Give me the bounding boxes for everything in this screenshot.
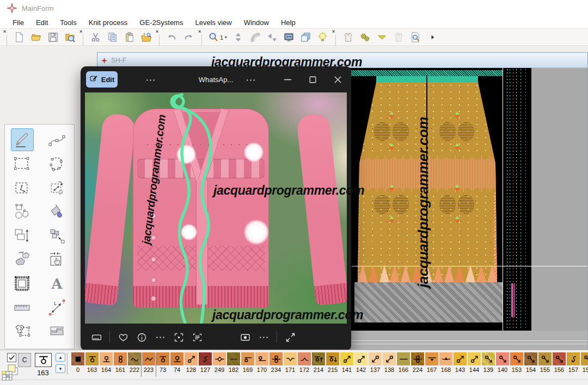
- palette-color-249[interactable]: 249: [213, 352, 226, 376]
- tool-layer-split[interactable]: [46, 320, 68, 342]
- palette-color-128[interactable]: 128: [185, 352, 198, 376]
- palette-grid-icon[interactable]: [2, 371, 13, 383]
- maximize-button[interactable]: [300, 66, 325, 92]
- tool-measure[interactable]: L: [46, 296, 68, 318]
- palette-color-139[interactable]: 139: [482, 352, 495, 376]
- palette-color-0[interactable]: 0: [71, 352, 84, 376]
- palette-color-154[interactable]: 154: [524, 352, 537, 376]
- palette-color-167[interactable]: 167: [425, 352, 438, 376]
- heart-button[interactable]: [114, 328, 132, 346]
- palette-color-172[interactable]: 172: [298, 352, 311, 376]
- palette-color-156[interactable]: 156: [553, 352, 566, 376]
- more-button[interactable]: [151, 328, 169, 346]
- info-button[interactable]: [132, 328, 151, 346]
- print-preview-button[interactable]: [408, 30, 423, 45]
- knit-gears-button[interactable]: [358, 30, 372, 45]
- tool-arrange-layers[interactable]: [11, 225, 33, 246]
- tool-transform[interactable]: [46, 177, 68, 198]
- nav-arrows-button[interactable]: [265, 30, 279, 45]
- tool-lasso-select[interactable]: [46, 153, 68, 175]
- toolbar-close-icon[interactable]: ×: [156, 29, 158, 34]
- palette-color-138[interactable]: 138: [383, 352, 396, 376]
- photo-viewer-titlebar[interactable]: Edit WhatsAp...: [81, 66, 351, 92]
- zoom-magnifier-button[interactable]: 1▼: [207, 30, 229, 45]
- minimize-button[interactable]: [275, 66, 300, 92]
- menu-item-knit-process[interactable]: Knit process: [84, 17, 133, 28]
- tool-clone-shapes[interactable]: [11, 249, 33, 270]
- menu-item-tools[interactable]: Tools: [55, 17, 81, 28]
- import-folder-button[interactable]: [139, 30, 154, 45]
- tool-pattern-border[interactable]: [11, 272, 33, 294]
- palette-color-153[interactable]: 153: [510, 352, 523, 376]
- copy-button[interactable]: [105, 30, 120, 45]
- text-scan-button[interactable]: [188, 328, 206, 346]
- palette-color-170[interactable]: 170: [255, 352, 268, 376]
- palette-color-164[interactable]: 164: [100, 352, 113, 376]
- garment-vest-button[interactable]: [341, 30, 356, 45]
- see-more-left-button[interactable]: [145, 74, 156, 87]
- paste-button[interactable]: [122, 30, 137, 45]
- more-button[interactable]: [254, 328, 273, 346]
- tool-move-select[interactable]: [11, 177, 33, 198]
- toolbar-close-icon[interactable]: ×: [332, 29, 335, 34]
- edit-button[interactable]: Edit: [86, 71, 118, 88]
- palette-color-169[interactable]: 169: [241, 352, 254, 376]
- pattern-window-titlebar[interactable]: SH-F: [97, 53, 587, 68]
- tool-rect-select[interactable]: [11, 153, 33, 175]
- save-button[interactable]: [46, 30, 60, 45]
- palette-color-127[interactable]: 127: [199, 352, 212, 376]
- palette-color-158[interactable]: 158: [581, 352, 588, 376]
- menu-item-help[interactable]: Help: [276, 17, 301, 28]
- tool-pan[interactable]: [46, 249, 68, 270]
- filmstrip-button[interactable]: [87, 328, 106, 346]
- palette-color-141[interactable]: 141: [340, 352, 353, 376]
- palette-color-168[interactable]: 168: [439, 352, 452, 376]
- layer-checkbox[interactable]: [7, 353, 16, 362]
- menu-item-levels-view[interactable]: Levels view: [190, 17, 236, 28]
- c-button[interactable]: C: [18, 353, 31, 367]
- palette-color-144[interactable]: 144: [468, 352, 481, 376]
- new-doc-button[interactable]: [12, 30, 27, 45]
- redo-button[interactable]: [181, 30, 196, 45]
- palette-color-234[interactable]: 234: [270, 352, 283, 376]
- fullscreen-button[interactable]: [281, 328, 299, 346]
- expand-more-button[interactable]: [375, 30, 389, 45]
- palette-color-137[interactable]: 137: [369, 352, 382, 376]
- palette-color-157[interactable]: 157: [567, 352, 580, 376]
- tool-pencil[interactable]: [11, 128, 34, 151]
- palette-color-155[interactable]: 155: [538, 352, 552, 376]
- tool-block-copy[interactable]: [46, 225, 68, 246]
- zoom-spinner-button[interactable]: [231, 30, 246, 45]
- palette-color-140[interactable]: 140: [496, 352, 509, 376]
- tool-shapes[interactable]: [11, 201, 33, 222]
- palette-color-215[interactable]: 215: [326, 352, 339, 376]
- color-spinner-up-button[interactable]: ▲: [56, 353, 65, 362]
- tool-ruler[interactable]: [11, 296, 33, 318]
- fit-screen-button[interactable]: [281, 30, 296, 45]
- palette-color-171[interactable]: 171: [284, 352, 297, 376]
- tool-garment-select[interactable]: [11, 320, 33, 342]
- layers-button[interactable]: [298, 30, 313, 45]
- menu-item-ge-2systems[interactable]: GE-2Systems: [134, 17, 188, 28]
- toolbar-close-icon[interactable]: ×: [198, 29, 201, 34]
- cut-button[interactable]: [88, 30, 103, 45]
- palette-color-73[interactable]: 73: [156, 352, 169, 376]
- undo-button[interactable]: [164, 30, 179, 45]
- tool-curve[interactable]: [46, 129, 68, 151]
- tool-fill-bucket[interactable]: [46, 201, 68, 222]
- tool-text[interactable]: A: [46, 272, 68, 294]
- open-folder-button[interactable]: [29, 30, 44, 45]
- palette-color-74[interactable]: 74: [170, 352, 183, 376]
- palette-color-214[interactable]: 214: [312, 352, 325, 376]
- overflow-arrow-button[interactable]: [425, 30, 440, 45]
- palette-color-223[interactable]: 223: [142, 352, 155, 376]
- bulb-button[interactable]: [315, 30, 330, 45]
- toolbar-close-icon[interactable]: ×: [3, 29, 6, 34]
- menu-item-file[interactable]: File: [8, 17, 29, 28]
- palette-color-166[interactable]: 166: [397, 352, 410, 376]
- palette-color-224[interactable]: 224: [411, 352, 424, 376]
- search-file-button[interactable]: [63, 30, 77, 45]
- visual-search-button[interactable]: [169, 328, 188, 346]
- see-more-right-button[interactable]: [245, 74, 256, 87]
- palette-color-161[interactable]: 161: [114, 352, 127, 376]
